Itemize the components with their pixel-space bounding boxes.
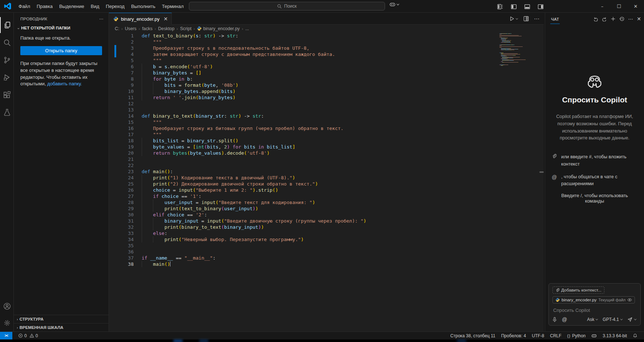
code-line-18[interactable]: 18 bits_list = binary_str.split(): [109, 138, 544, 144]
code-line-30[interactable]: 30 elif choice == '2':: [109, 212, 544, 218]
chat-mode-select[interactable]: Ask: [587, 317, 598, 322]
breadcrumb-segment[interactable]: C:: [115, 26, 119, 31]
editor-scrollbar[interactable]: [539, 171, 544, 173]
chat-undo-icon[interactable]: [593, 16, 598, 21]
sidebar-more-icon[interactable]: ⋯: [99, 16, 104, 21]
status-indentation[interactable]: Пробелов: 4: [498, 332, 529, 340]
code-line-22[interactable]: 22: [109, 162, 544, 168]
model-select[interactable]: GPT-4.1: [603, 317, 623, 322]
timeline-section-header[interactable]: › ВРЕМЕННАЯ ШКАЛА: [14, 323, 109, 331]
code-line-29[interactable]: 29 print(text_to_binary(user_input)): [109, 205, 544, 212]
code-line-27[interactable]: 27 if choice == '1':: [109, 193, 544, 199]
run-python-button[interactable]: [509, 16, 518, 21]
breadcrumb-segment[interactable]: Users: [125, 26, 137, 31]
editor-more-actions-icon[interactable]: ⋯: [534, 16, 539, 22]
status-encoding[interactable]: UTF-8: [529, 332, 547, 340]
code-line-3[interactable]: 3 Преобразует строку s в последовательно…: [109, 45, 544, 51]
chat-new-chat-icon[interactable]: [611, 16, 616, 21]
code-line-14[interactable]: 14def binary_to_text(binary_str: str) ->…: [109, 113, 544, 119]
code-line-19[interactable]: 19 byte_values = [int(bits, 2) for bits …: [109, 144, 544, 150]
code-line-17[interactable]: 17 """: [109, 131, 544, 138]
menu-выполнить[interactable]: Выполнить: [128, 2, 159, 11]
toggle-panel-icon[interactable]: [522, 2, 532, 11]
activity-search-icon[interactable]: [0, 34, 14, 50]
split-editor-icon[interactable]: [523, 16, 529, 21]
activity-testing-icon[interactable]: [0, 104, 14, 120]
add-folder-link[interactable]: добавить папку.: [47, 81, 82, 86]
activity-source-control-icon[interactable]: [0, 52, 14, 68]
open-folder-button[interactable]: Открыть папку: [20, 46, 102, 55]
menu-переход[interactable]: Переход: [102, 2, 128, 11]
breadcrumb-segment[interactable]: Script: [180, 26, 191, 31]
code-line-4[interactable]: 4 затем возвращает строку с двоичным пре…: [109, 51, 544, 57]
chat-input-placeholder[interactable]: Спросить Copilot: [552, 307, 637, 317]
code-line-16[interactable]: 16 Преобразует строку из битовых групп (…: [109, 125, 544, 131]
problems-status[interactable]: 0 0: [15, 332, 41, 340]
status-notifications[interactable]: [630, 332, 640, 340]
remote-indicator[interactable]: ><: [0, 332, 12, 340]
microphone-icon[interactable]: [552, 317, 557, 322]
code-line-24[interactable]: 24 print("1) Кодирование текста в двоичн…: [109, 175, 544, 181]
menu-вид[interactable]: Вид: [88, 2, 103, 11]
close-window-button[interactable]: ✕: [627, 0, 644, 12]
code-line-10[interactable]: 10 binary_bytes.append(bits): [109, 88, 544, 94]
chat-close-icon[interactable]: ✕: [637, 16, 641, 22]
chat-more-icon[interactable]: ⋯: [628, 16, 633, 22]
activity-settings-gear-icon[interactable]: [0, 315, 14, 331]
status-language-mode[interactable]: {}Python: [564, 332, 589, 340]
chat-redo-icon[interactable]: [602, 16, 607, 21]
code-line-26[interactable]: 26 choice = input("Выберите 1 или 2: ").…: [109, 187, 544, 193]
minimap[interactable]: [499, 33, 533, 66]
code-line-37[interactable]: 37if __name__ == "__main__":: [109, 255, 544, 261]
code-line-32[interactable]: 32 print(binary_to_text(binary_input)): [109, 224, 544, 230]
breadcrumb-segment[interactable]: binary_encoder.py: [197, 26, 240, 31]
code-line-21[interactable]: 21: [109, 156, 544, 162]
activity-files-icon[interactable]: [0, 17, 14, 33]
chat-tab[interactable]: ЧАТ: [550, 14, 560, 24]
status-cursor-position[interactable]: Строка 38, столбец 11: [447, 332, 498, 340]
code-line-35[interactable]: 35: [109, 243, 544, 249]
menu-выделение[interactable]: Выделение: [56, 2, 88, 11]
copilot-titlebar-button[interactable]: [389, 2, 400, 7]
activity-extensions-icon[interactable]: [0, 87, 14, 103]
code-line-38[interactable]: 38 main(): [109, 261, 544, 267]
status-eol[interactable]: CRLF: [547, 332, 564, 340]
tab-close-icon[interactable]: ✕: [163, 16, 168, 22]
code-line-9[interactable]: 9 bits = format(byte, '08b'): [109, 82, 544, 88]
menu-файл[interactable]: Файл: [15, 2, 33, 11]
toggle-sidebar-icon[interactable]: [509, 2, 519, 11]
activity-run-debug-icon[interactable]: [0, 69, 14, 85]
code-line-2[interactable]: 2 """: [109, 39, 544, 45]
toggle-secondary-sidebar-icon[interactable]: [535, 2, 546, 11]
menu-терминал[interactable]: Терминал: [159, 2, 187, 11]
breadcrumb-segment[interactable]: ...: [245, 26, 249, 31]
code-line-13[interactable]: 13: [109, 107, 544, 113]
code-line-15[interactable]: 15 """: [109, 119, 544, 125]
chat-history-icon[interactable]: [619, 16, 624, 21]
code-editor[interactable]: 1def text_to_binary(s: str) -> str:2 """…: [109, 33, 544, 331]
code-line-33[interactable]: 33 else:: [109, 230, 544, 236]
attached-file-chip[interactable]: binary_encoder.py Текущий файл: [552, 296, 635, 304]
code-line-31[interactable]: 31 binary_input = input("Введите двоичну…: [109, 218, 544, 224]
activity-account-icon[interactable]: [0, 298, 14, 314]
add-context-button[interactable]: Добавить контекст...: [552, 286, 604, 294]
code-line-11[interactable]: 11 return ' '.join(binary_bytes): [109, 94, 544, 101]
code-line-1[interactable]: 1def text_to_binary(s: str) -> str:: [109, 33, 544, 39]
code-line-23[interactable]: 23def main():: [109, 168, 544, 175]
code-line-8[interactable]: 8 for byte in b:: [109, 76, 544, 82]
menu-правка[interactable]: Правка: [33, 2, 56, 11]
tab-binary-encoder[interactable]: binary_encoder.py ✕: [109, 13, 172, 25]
code-line-12[interactable]: 12: [109, 101, 544, 107]
outline-section-header[interactable]: › СТРУКТУРА: [14, 315, 109, 323]
command-center-search[interactable]: Поиск: [189, 2, 385, 11]
chat-input-box[interactable]: Добавить контекст... binary_encoder.py Т…: [548, 283, 641, 326]
minimize-button[interactable]: –: [594, 0, 611, 12]
breadcrumb-segment[interactable]: Desktop: [158, 26, 174, 31]
sidebar-section-no-folder[interactable]: ⌄ НЕТ ОТКРЫТОЙ ПАПКИ: [14, 24, 109, 31]
customize-layout-icon[interactable]: [495, 2, 505, 11]
code-line-28[interactable]: 28 user_input = input("Введите текст для…: [109, 199, 544, 205]
send-button[interactable]: [627, 317, 637, 322]
mention-icon[interactable]: @: [562, 317, 567, 322]
code-line-36[interactable]: 36: [109, 249, 544, 255]
code-line-34[interactable]: 34 print("Неверный выбор. Перезапустите …: [109, 236, 544, 243]
